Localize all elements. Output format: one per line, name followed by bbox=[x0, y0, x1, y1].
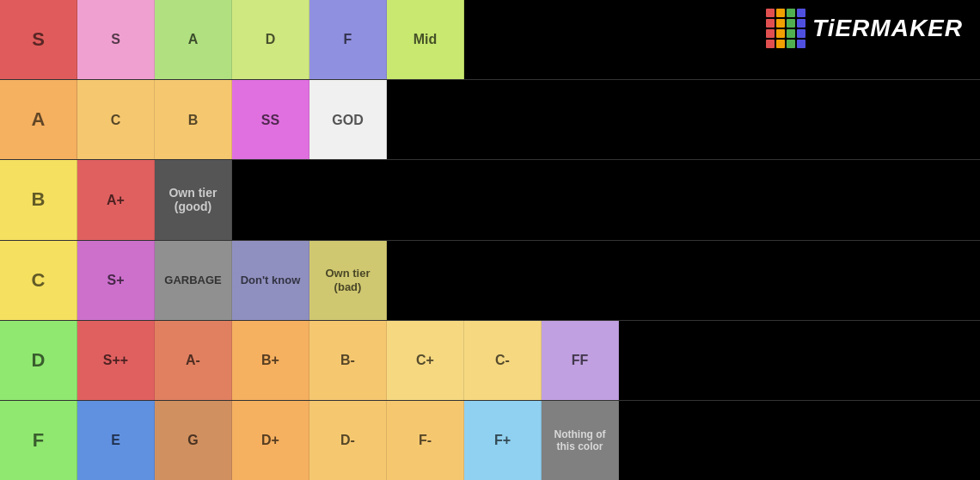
item-a-b[interactable]: B bbox=[155, 80, 232, 159]
grid-cell bbox=[797, 40, 805, 48]
grid-cell bbox=[787, 9, 795, 17]
logo-header: TiERMAKER bbox=[766, 9, 963, 48]
item-f-custom[interactable]: Nothing of this color bbox=[542, 401, 619, 480]
grid-cell bbox=[766, 9, 775, 17]
item-b-own[interactable]: Own tier (good) bbox=[155, 160, 232, 239]
tier-items-c: S+ GARBAGE Don't know Own tier (bad) bbox=[77, 241, 980, 320]
grid-cell bbox=[797, 19, 805, 28]
tier-label-f: F bbox=[0, 401, 77, 480]
item-d-bp[interactable]: B+ bbox=[232, 321, 309, 400]
tier-items-a: C B SS GOD bbox=[77, 80, 980, 159]
tier-label-a: A bbox=[0, 80, 77, 159]
item-f-dm[interactable]: D- bbox=[309, 401, 387, 480]
item-c-garbage[interactable]: GARBAGE bbox=[155, 241, 232, 320]
tier-label-d: D bbox=[0, 321, 77, 400]
grid-cell bbox=[776, 40, 785, 48]
item-d-ff[interactable]: FF bbox=[542, 321, 619, 400]
grid-cell bbox=[766, 29, 775, 38]
logo-text: TiERMAKER bbox=[812, 15, 963, 42]
item-d-spp[interactable]: S++ bbox=[77, 321, 155, 400]
item-d-cp[interactable]: C+ bbox=[387, 321, 464, 400]
item-c-owntier[interactable]: Own tier (bad) bbox=[309, 241, 387, 320]
row-a-rest bbox=[387, 80, 980, 159]
item-s-f[interactable]: F bbox=[309, 0, 387, 79]
row-b-rest bbox=[232, 160, 980, 239]
tier-row-d: D S++ A- B+ B- C+ C- FF bbox=[0, 321, 980, 401]
item-d-am[interactable]: A- bbox=[155, 321, 232, 400]
item-s-mid[interactable]: Mid bbox=[387, 0, 464, 79]
item-a-god[interactable]: GOD bbox=[309, 80, 387, 159]
item-b-ap[interactable]: A+ bbox=[77, 160, 155, 239]
row-d-rest bbox=[619, 321, 980, 400]
item-s-d[interactable]: D bbox=[232, 0, 309, 79]
tier-row-f: F E G D+ D- F- F+ Nothing of this color bbox=[0, 401, 980, 480]
item-a-c[interactable]: C bbox=[77, 80, 155, 159]
tier-label-s: S bbox=[0, 0, 77, 79]
item-d-cm[interactable]: C- bbox=[464, 321, 542, 400]
item-f-dp[interactable]: D+ bbox=[232, 401, 309, 480]
logo-grid-icon bbox=[766, 9, 805, 48]
grid-cell bbox=[766, 19, 775, 28]
row-f-rest bbox=[619, 401, 980, 480]
item-s-a[interactable]: A bbox=[155, 0, 232, 79]
item-f-g[interactable]: G bbox=[155, 401, 232, 480]
grid-cell bbox=[787, 29, 795, 38]
tier-label-c: C bbox=[0, 241, 77, 320]
item-s-s[interactable]: S bbox=[77, 0, 155, 79]
grid-cell bbox=[776, 29, 785, 38]
item-f-fm[interactable]: F- bbox=[387, 401, 464, 480]
tier-table: S S A D F Mid A C B SS GOD B bbox=[0, 0, 980, 480]
item-f-e[interactable]: E bbox=[77, 401, 155, 480]
grid-cell bbox=[787, 19, 795, 28]
item-c-sp[interactable]: S+ bbox=[77, 241, 155, 320]
tier-row-a: A C B SS GOD bbox=[0, 80, 980, 160]
row-c-rest bbox=[387, 241, 980, 320]
tier-items-d: S++ A- B+ B- C+ C- FF bbox=[77, 321, 980, 400]
tier-items-f: E G D+ D- F- F+ Nothing of this color bbox=[77, 401, 980, 480]
grid-cell bbox=[776, 9, 785, 17]
item-a-ss[interactable]: SS bbox=[232, 80, 309, 159]
item-f-fp[interactable]: F+ bbox=[464, 401, 542, 480]
grid-cell bbox=[797, 9, 805, 17]
tier-label-b: B bbox=[0, 160, 77, 239]
grid-cell bbox=[776, 19, 785, 28]
tier-items-b: A+ Own tier (good) bbox=[77, 160, 980, 239]
grid-cell bbox=[787, 40, 795, 48]
tiermaker-app: TiERMAKER S S A D F Mid A C B SS GOD bbox=[0, 0, 980, 480]
grid-cell bbox=[797, 29, 805, 38]
item-d-bm[interactable]: B- bbox=[309, 321, 387, 400]
tier-row-b: B A+ Own tier (good) bbox=[0, 160, 980, 240]
item-c-dontknow[interactable]: Don't know bbox=[232, 241, 309, 320]
grid-cell bbox=[766, 40, 775, 48]
tier-row-c: C S+ GARBAGE Don't know Own tier (bad) bbox=[0, 241, 980, 321]
